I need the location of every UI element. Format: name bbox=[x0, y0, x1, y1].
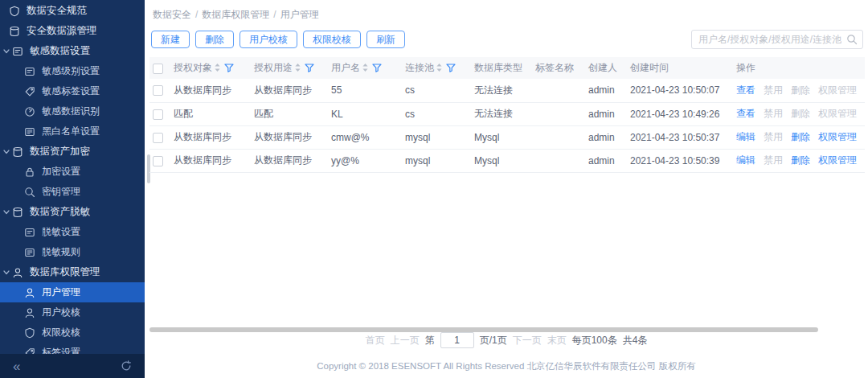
sidebar-item-label: 用户校核 bbox=[42, 306, 80, 319]
sidebar-item-sensitive-level-settings[interactable]: 敏感级别设置 bbox=[0, 61, 145, 81]
column-header-creator: 创建人 bbox=[588, 62, 617, 73]
view-link[interactable]: 查看 bbox=[736, 108, 755, 119]
cell-tag-name bbox=[532, 102, 585, 125]
cell-created-at: 2021-04-23 10:49:26 bbox=[627, 102, 733, 125]
breadcrumb-separator: / bbox=[273, 9, 276, 20]
breadcrumb-item[interactable]: 数据库权限管理 bbox=[202, 9, 269, 20]
breadcrumb-item[interactable]: 数据安全 bbox=[153, 9, 191, 20]
cell-db-type: 无法连接 bbox=[471, 102, 532, 125]
table-header-row: 授权对象 授权用途 用户名 连接池 数据库类型 标签名称 创建人 创建时间 操作 bbox=[149, 57, 865, 79]
sort-icon[interactable] bbox=[436, 64, 442, 72]
rule-card-icon bbox=[24, 247, 35, 258]
pagination-last: 末页 bbox=[547, 334, 567, 347]
cell-creator: admin bbox=[585, 149, 627, 172]
sidebar-footer: « bbox=[0, 354, 145, 378]
sidebar-collapse-button[interactable]: « bbox=[13, 360, 20, 373]
select-all-checkbox[interactable] bbox=[153, 64, 163, 74]
permission-manage-link[interactable]: 权限管理 bbox=[818, 154, 857, 166]
delete-link[interactable]: 删除 bbox=[791, 154, 810, 166]
cell-db-type: Mysql bbox=[471, 125, 532, 149]
view-link[interactable]: 查看 bbox=[736, 84, 755, 96]
pagination-prev: 上一页 bbox=[391, 334, 420, 347]
chevron-down-icon bbox=[3, 270, 10, 275]
disable-link: 禁用 bbox=[764, 84, 783, 96]
filter-icon[interactable] bbox=[224, 64, 234, 72]
sidebar-item-masking-settings[interactable]: 脱敏设置 bbox=[0, 222, 145, 242]
cell-auth-usage: 从数据库同步 bbox=[251, 149, 328, 172]
search-icon[interactable] bbox=[846, 34, 858, 45]
column-header-username[interactable]: 用户名 bbox=[331, 62, 360, 73]
filter-icon[interactable] bbox=[305, 64, 314, 72]
filter-icon[interactable] bbox=[446, 64, 456, 72]
user-table: 授权对象 授权用途 用户名 连接池 数据库类型 标签名称 创建人 创建时间 操作… bbox=[149, 57, 865, 173]
row-checkbox[interactable] bbox=[153, 85, 163, 96]
sidebar-item-label: 敏感标签设置 bbox=[42, 84, 100, 98]
edit-link[interactable]: 编辑 bbox=[736, 131, 755, 142]
sidebar-item-encryption-settings[interactable]: 加密设置 bbox=[0, 162, 145, 182]
main-content: 数据安全/数据库权限管理/用户管理 新建 删除 用户校核 权限校核 刷新 授权对… bbox=[145, 0, 868, 378]
refresh-button[interactable]: 刷新 bbox=[366, 31, 405, 48]
delete-link: 删除 bbox=[791, 108, 810, 119]
chevron-down-icon bbox=[3, 49, 10, 54]
sidebar-item-db-permission-mgmt[interactable]: 数据库权限管理 bbox=[0, 262, 145, 282]
sidebar: 数据安全规范 安全数据源管理 敏感数据设置 敏感级别设置 敏感标签设置 bbox=[0, 0, 145, 378]
sidebar-item-label: 敏感级别设置 bbox=[42, 64, 100, 78]
page-input[interactable] bbox=[440, 332, 474, 348]
sidebar-item-tag-settings[interactable]: 标签设置 bbox=[0, 343, 145, 354]
sidebar-item-sensitive-data-settings[interactable]: 敏感数据设置 bbox=[0, 41, 145, 61]
cell-auth-usage: 从数据库同步 bbox=[251, 125, 328, 149]
create-button[interactable]: 新建 bbox=[151, 31, 190, 48]
cell-username: 55 bbox=[328, 79, 402, 102]
sidebar-item-label: 数据安全规范 bbox=[27, 4, 87, 18]
sidebar-item-sensitive-tag-settings[interactable]: 敏感标签设置 bbox=[0, 81, 145, 101]
cell-pool: cs bbox=[402, 79, 471, 102]
row-checkbox[interactable] bbox=[153, 109, 163, 120]
search-input[interactable] bbox=[691, 30, 863, 49]
refresh-icon[interactable] bbox=[121, 360, 132, 372]
sidebar-item-permission-check[interactable]: 权限校核 bbox=[0, 323, 145, 343]
copyright-footer: Copyright © 2018 ESENSOFT All Rights Res… bbox=[145, 360, 868, 372]
cell-username: yy@% bbox=[328, 149, 402, 172]
sidebar-item-label: 安全数据源管理 bbox=[27, 24, 97, 38]
sidebar-item-masking-rules[interactable]: 脱敏规则 bbox=[0, 242, 145, 262]
chevron-down-icon bbox=[3, 210, 10, 215]
sidebar-item-data-security-standard[interactable]: 数据安全规范 bbox=[0, 1, 145, 21]
sort-icon[interactable] bbox=[362, 64, 368, 72]
sidebar-item-data-asset-encryption[interactable]: 数据资产加密 bbox=[0, 142, 145, 162]
cell-creator: admin bbox=[585, 79, 627, 102]
column-header-pool[interactable]: 连接池 bbox=[405, 62, 434, 73]
pagination-next: 下一页 bbox=[513, 334, 542, 347]
sidebar-item-key-management[interactable]: 密钥管理 bbox=[0, 182, 145, 202]
cell-auth-target: 从数据库同步 bbox=[170, 79, 251, 102]
column-header-auth-usage[interactable]: 授权用途 bbox=[254, 62, 293, 73]
delete-button[interactable]: 删除 bbox=[195, 31, 234, 48]
filter-icon[interactable] bbox=[372, 64, 382, 72]
sidebar-item-user-check[interactable]: 用户校核 bbox=[0, 302, 145, 323]
sort-icon[interactable] bbox=[295, 64, 301, 72]
sidebar-item-sensitive-data-recognition[interactable]: 敏感数据识别 bbox=[0, 101, 145, 121]
sidebar-item-label: 敏感数据识别 bbox=[42, 105, 100, 118]
tag-icon bbox=[24, 86, 35, 97]
row-checkbox[interactable] bbox=[153, 156, 163, 166]
magnifier-icon bbox=[24, 187, 35, 198]
sidebar-item-user-management[interactable]: 用户管理 bbox=[0, 282, 145, 302]
sidebar-item-blackwhite-list-settings[interactable]: 黑白名单设置 bbox=[0, 121, 145, 142]
cell-db-type: 无法连接 bbox=[471, 79, 532, 102]
delete-link[interactable]: 删除 bbox=[791, 131, 810, 142]
permission-check-button[interactable]: 权限校核 bbox=[303, 31, 361, 48]
sidebar-item-label: 数据库权限管理 bbox=[30, 265, 100, 279]
column-header-auth-target[interactable]: 授权对象 bbox=[174, 62, 212, 73]
permission-manage-link[interactable]: 权限管理 bbox=[818, 131, 857, 142]
pagination: 首页 上一页 第 页/1页 下一页 末页 每页100条 共4条 bbox=[145, 332, 868, 348]
row-checkbox[interactable] bbox=[153, 133, 163, 143]
sort-icon[interactable] bbox=[215, 64, 220, 72]
sidebar-item-data-asset-masking[interactable]: 数据资产脱敏 bbox=[0, 202, 145, 222]
permission-manage-link: 权限管理 bbox=[818, 84, 857, 96]
user-check-button[interactable]: 用户校核 bbox=[240, 31, 297, 48]
sidebar-item-label: 脱敏规则 bbox=[42, 245, 80, 259]
edit-link[interactable]: 编辑 bbox=[736, 154, 755, 166]
cell-created-at: 2021-04-23 10:50:37 bbox=[627, 125, 733, 149]
sidebar-item-label: 脱敏设置 bbox=[42, 225, 80, 239]
sidebar-item-secure-datasource-mgmt[interactable]: 安全数据源管理 bbox=[0, 21, 145, 41]
table-row: 匹配 匹配 KL cs 无法连接 admin 2021-04-23 10:49:… bbox=[149, 102, 865, 125]
